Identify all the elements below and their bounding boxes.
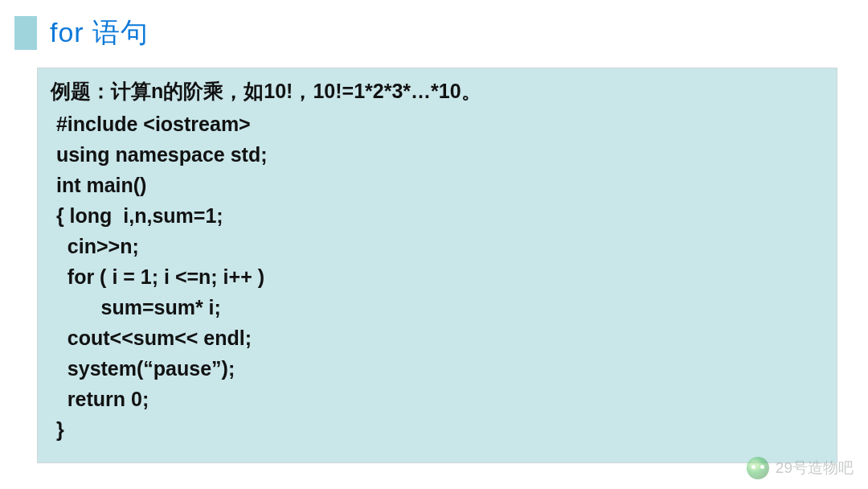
code-line: for ( i = 1; i <=n; i++ ) <box>51 261 824 292</box>
code-line: using namespace std; <box>51 139 824 170</box>
code-line: } <box>51 414 824 445</box>
code-panel: 例题：计算n的阶乘，如10!，10!=1*2*3*…*10。 #include … <box>37 68 837 463</box>
code-line: cin>>n; <box>51 231 824 261</box>
slide-header: for 语句 <box>14 14 149 51</box>
code-line: return 0; <box>51 384 824 414</box>
code-line: { long i,n,sum=1; <box>51 200 824 231</box>
problem-statement: 例题：计算n的阶乘，如10!，10!=1*2*3*…*10。 <box>51 76 824 107</box>
code-line: cout<<sum<< endl; <box>51 323 824 353</box>
code-line: int main() <box>51 170 824 200</box>
header-accent-block <box>14 16 37 50</box>
slide-title: for 语句 <box>50 14 149 51</box>
watermark: 29号造物吧 <box>747 457 854 479</box>
code-line: #include <iostream> <box>51 109 824 139</box>
code-line: system(“pause”); <box>51 353 824 384</box>
wechat-icon <box>747 457 769 479</box>
code-line: sum=sum* i; <box>51 292 824 323</box>
watermark-text: 29号造物吧 <box>776 458 854 479</box>
